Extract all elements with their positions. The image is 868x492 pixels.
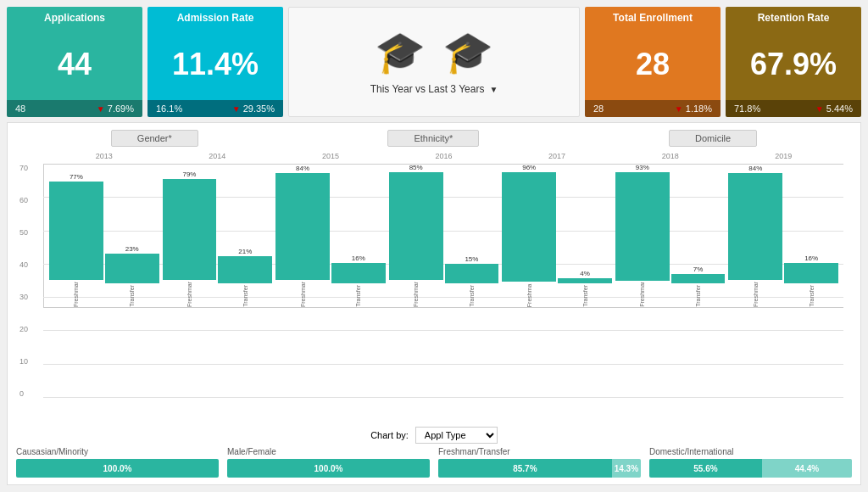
bar-label: Freshman bbox=[186, 282, 192, 307]
bar-wrap: 16%Transfer bbox=[331, 164, 386, 307]
kpi-admission-label: Admission Rate bbox=[147, 7, 283, 29]
chart-by-row: Chart by: Appl Type Gender Ethnicity Dom… bbox=[16, 427, 852, 444]
pct-bar-group: Causasian/Minority100.0% bbox=[16, 447, 219, 478]
kpi-retention-change: ▼ 5.44% bbox=[815, 103, 853, 114]
grad-female-icon: 🎓 bbox=[375, 29, 426, 76]
year-group: 201893%Freshman7%Transfer bbox=[614, 164, 727, 307]
bar-label: Freshman bbox=[300, 282, 306, 307]
bar bbox=[502, 172, 556, 282]
kpi-enrollment-prev: 28 bbox=[593, 103, 604, 114]
bar-pct-label: 84% bbox=[748, 165, 762, 172]
bar-wrap: 84%Freshman bbox=[728, 164, 782, 307]
chevron-down-icon: ▼ bbox=[489, 85, 498, 94]
year-label: 2018 bbox=[662, 152, 679, 160]
bar-pct-label: 16% bbox=[352, 254, 365, 262]
year-group: 201984%Freshman16%Transfer bbox=[726, 164, 840, 307]
pct-bar-group: Freshman/Transfer85.7%14.3% bbox=[438, 447, 641, 478]
bar bbox=[558, 278, 612, 283]
bar bbox=[615, 172, 670, 281]
pct-bars-row: Causasian/Minority100.0%Male/Female100.0… bbox=[16, 447, 852, 478]
bar bbox=[445, 264, 499, 283]
bar-wrap: 21%Transfer bbox=[218, 164, 272, 307]
grad-male-icon: 🎓 bbox=[442, 29, 493, 76]
bar-wrap: 4%Transfer bbox=[558, 164, 612, 307]
bar-label: Transfer bbox=[355, 285, 361, 307]
kpi-enrollment-footer: 28 ▼ 1.18% bbox=[585, 100, 721, 117]
bar-wrap: 96%Freshman bbox=[502, 164, 556, 307]
graduation-icons: 🎓 🎓 bbox=[375, 29, 493, 76]
year-label: 2014 bbox=[209, 152, 225, 160]
kpi-retention-prev: 71.8% bbox=[734, 103, 760, 114]
year-label: 2019 bbox=[775, 152, 792, 160]
bar-pct-label: 77% bbox=[70, 173, 83, 181]
kpi-retention-label: Retention Rate bbox=[726, 7, 861, 29]
bar-label: Transfer bbox=[582, 285, 588, 307]
bar-label: Transfer bbox=[242, 285, 248, 307]
bar bbox=[671, 274, 726, 283]
bar bbox=[389, 172, 443, 280]
category-ethnicity: Ethnicity* bbox=[387, 130, 479, 147]
year-label: 2013 bbox=[96, 152, 113, 160]
kpi-row: Applications 44 48 ▼ 7.69% Admission Rat… bbox=[7, 7, 861, 117]
year-selector[interactable]: This Year vs Last 3 Years ▼ bbox=[370, 83, 498, 95]
pct-bar-fill: 14.3% bbox=[612, 459, 641, 478]
pct-bar-group-label: Male/Female bbox=[227, 447, 430, 456]
bar-pct-label: 16% bbox=[804, 254, 818, 262]
bar bbox=[218, 256, 272, 283]
bar-pct-label: 21% bbox=[238, 248, 252, 255]
bar-pct-label: 93% bbox=[636, 164, 649, 171]
year-group: 201377%Freshman23%Transfer bbox=[47, 164, 161, 307]
bar-pct-label: 4% bbox=[580, 270, 590, 277]
pct-bar-group-label: Domestic/International bbox=[649, 447, 852, 456]
bar-wrap: 93%Freshman bbox=[615, 164, 670, 307]
kpi-applications-prev: 48 bbox=[15, 103, 25, 114]
bar-wrap: 84%Freshman bbox=[275, 164, 330, 307]
pct-bar-group-label: Freshman/Transfer bbox=[438, 447, 641, 456]
year-group: 201796%Freshman4%Transfer bbox=[500, 164, 614, 307]
kpi-applications-change: ▼ 7.69% bbox=[97, 103, 134, 114]
bar bbox=[784, 263, 838, 283]
bar bbox=[49, 182, 103, 280]
pct-bar-track: 85.7%14.3% bbox=[438, 459, 641, 478]
bar-label: Transfer bbox=[695, 285, 701, 307]
bar-pct-label: 23% bbox=[125, 245, 139, 253]
kpi-admission-prev: 16.1% bbox=[156, 103, 182, 114]
down-arrow-icon: ▼ bbox=[97, 104, 105, 114]
pct-bar-track: 100.0% bbox=[16, 459, 219, 478]
bar-wrap: 79%Freshman bbox=[163, 164, 217, 307]
chart-by-label: Chart by: bbox=[370, 430, 409, 440]
dashboard: Applications 44 48 ▼ 7.69% Admission Rat… bbox=[0, 0, 868, 492]
bar-label: Freshman bbox=[753, 282, 759, 307]
bar-wrap: 15%Transfer bbox=[445, 164, 499, 307]
chart-category-headers: Gender* Ethnicity* Domicile bbox=[16, 130, 852, 147]
pct-bar-group: Male/Female100.0% bbox=[227, 447, 430, 478]
kpi-admission-footer: 16.1% ▼ 29.35% bbox=[147, 100, 283, 117]
pct-bar-fill: 44.4% bbox=[762, 459, 852, 478]
year-label: 2017 bbox=[548, 152, 565, 160]
bar-wrap: 16%Transfer bbox=[784, 164, 838, 307]
bar-label: Transfer bbox=[809, 285, 815, 307]
chart-section: Gender* Ethnicity* Domicile 0 10 20 30 4… bbox=[7, 122, 861, 485]
kpi-retention-footer: 71.8% ▼ 5.44% bbox=[726, 100, 861, 117]
category-gender: Gender* bbox=[111, 130, 198, 147]
kpi-enrollment-label: Total Enrollment bbox=[585, 7, 721, 29]
bar-pct-label: 15% bbox=[465, 255, 478, 263]
bar-label: Freshman bbox=[413, 282, 419, 307]
bar-chart: 201377%Freshman23%Transfer201479%Freshma… bbox=[43, 164, 843, 308]
kpi-retention: Retention Rate 67.9% 71.8% ▼ 5.44% bbox=[726, 7, 861, 117]
bar bbox=[275, 173, 330, 280]
year-label: 2015 bbox=[322, 152, 339, 160]
bar-pct-label: 7% bbox=[693, 266, 704, 273]
kpi-admission-change: ▼ 29.35% bbox=[232, 103, 275, 114]
year-group: 201479%Freshman21%Transfer bbox=[161, 164, 275, 307]
bar-chart-container: 0 10 20 30 40 50 60 70 2 bbox=[16, 150, 852, 425]
year-label: 2016 bbox=[436, 152, 453, 160]
pct-bar-fill: 85.7% bbox=[438, 459, 612, 478]
pct-bar-track: 100.0% bbox=[227, 459, 430, 478]
chart-by-select[interactable]: Appl Type Gender Ethnicity Domicile bbox=[415, 427, 498, 444]
bar-label: Freshman bbox=[73, 282, 79, 307]
kpi-applications-label: Applications bbox=[7, 7, 142, 29]
down-arrow-icon: ▼ bbox=[232, 104, 241, 114]
bar-label: Transfer bbox=[469, 285, 475, 307]
kpi-applications-footer: 48 ▼ 7.69% bbox=[7, 100, 142, 117]
